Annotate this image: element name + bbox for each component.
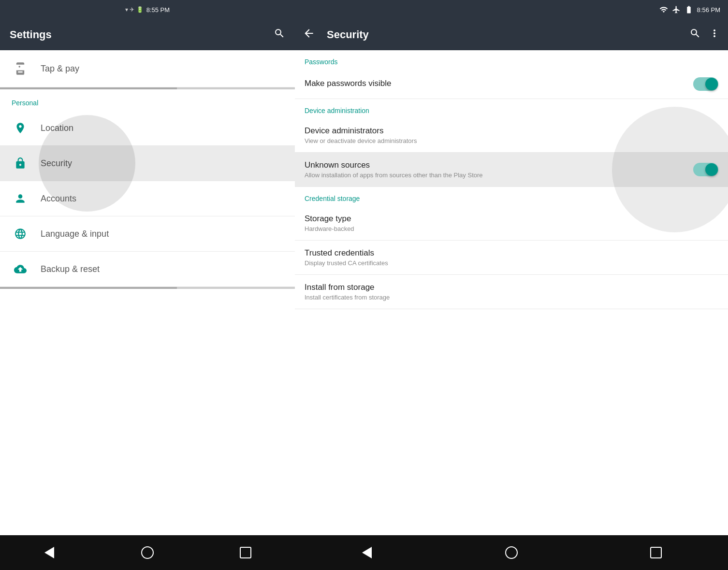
security-page-title: Security: [327, 28, 682, 41]
make-passwords-visible-text: Make passwords visible: [305, 79, 693, 90]
make-passwords-visible-toggle[interactable]: [693, 77, 718, 91]
personal-section-header: Personal: [0, 89, 295, 111]
right-home-button[interactable]: [497, 538, 526, 567]
sidebar-item-accounts[interactable]: Accounts: [0, 181, 295, 216]
unknown-sources-toggle-knob: [705, 163, 718, 176]
toolbar-actions: [689, 28, 720, 42]
security-more-icon[interactable]: [709, 28, 720, 42]
left-back-icon: [44, 547, 54, 558]
device-administrators-subtitle: View or deactivate device administrators: [305, 137, 718, 144]
right-status-time: 8:56 PM: [697, 6, 720, 14]
right-recents-icon: [650, 547, 662, 558]
make-passwords-visible-item[interactable]: Make passwords visible: [295, 70, 728, 99]
unknown-sources-title: Unknown sources: [305, 160, 693, 170]
left-back-button[interactable]: [35, 538, 64, 567]
back-arrow-icon[interactable]: [303, 27, 315, 43]
right-airplane-icon: [672, 5, 681, 14]
device-administrators-text: Device administrators View or deactivate…: [305, 126, 718, 144]
device-administrators-item[interactable]: Device administrators View or deactivate…: [295, 118, 728, 153]
left-navbar: [0, 535, 295, 570]
accounts-icon: [12, 190, 29, 207]
left-toolbar: Settings: [0, 19, 295, 50]
right-battery-icon: [684, 5, 693, 14]
make-passwords-visible-toggle-wrap[interactable]: [693, 77, 718, 91]
language-label: Language & input: [41, 229, 109, 239]
device-admin-section-header: Device administration: [295, 99, 728, 118]
tap-pay-label: Tap & pay: [41, 64, 79, 74]
unknown-sources-toggle-wrap[interactable]: [693, 163, 718, 176]
make-passwords-visible-title: Make passwords visible: [305, 79, 693, 88]
settings-search-icon[interactable]: [274, 28, 285, 42]
backup-label: Backup & reset: [41, 264, 100, 274]
left-panel: ▾ ✈ 🔋 8:55 PM Settings Tap & pay: [0, 0, 295, 570]
security-search-icon[interactable]: [689, 28, 701, 42]
right-content: Passwords Make passwords visible Device …: [295, 50, 728, 535]
right-back-button[interactable]: [352, 538, 381, 567]
sidebar-item-security[interactable]: Security: [0, 146, 295, 181]
install-from-storage-item[interactable]: Install from storage Install certificate…: [295, 275, 728, 309]
install-from-storage-title: Install from storage: [305, 283, 718, 292]
settings-title: Settings: [10, 28, 52, 41]
credential-storage-section-header: Credential storage: [295, 187, 728, 206]
device-administrators-title: Device administrators: [305, 126, 718, 136]
storage-type-subtitle: Hardware-backed: [305, 225, 718, 232]
left-home-button[interactable]: [133, 538, 162, 567]
language-icon: [12, 225, 29, 242]
right-home-icon: [505, 546, 518, 559]
trusted-credentials-title: Trusted credentials: [305, 248, 718, 258]
install-from-storage-text: Install from storage Install certificate…: [305, 283, 718, 301]
unknown-sources-text: Unknown sources Allow installation of ap…: [305, 160, 693, 179]
storage-type-text: Storage type Hardware-backed: [305, 214, 718, 232]
backup-icon: [12, 260, 29, 278]
bottom-scrollbar-track: [0, 287, 295, 289]
lock-icon: [12, 155, 29, 172]
unknown-sources-toggle[interactable]: [693, 163, 718, 176]
left-status-icons: ▾ ✈ 🔋: [125, 6, 144, 13]
bottom-scrollbar-thumb: [0, 287, 177, 289]
make-passwords-visible-toggle-knob: [705, 78, 718, 90]
left-recents-button[interactable]: [231, 538, 260, 567]
storage-type-item[interactable]: Storage type Hardware-backed: [295, 206, 728, 241]
unknown-sources-subtitle: Allow installation of apps from sources …: [305, 171, 693, 179]
tap-pay-icon: [12, 60, 29, 77]
left-statusbar: ▾ ✈ 🔋 8:55 PM: [0, 0, 295, 19]
sidebar-item-backup[interactable]: Backup & reset: [0, 252, 295, 287]
install-from-storage-subtitle: Install certificates from storage: [305, 294, 718, 301]
right-status-icons: [659, 5, 668, 14]
left-home-icon: [141, 546, 154, 559]
trusted-credentials-text: Trusted credentials Display trusted CA c…: [305, 248, 718, 267]
right-navbar: [295, 535, 728, 570]
location-icon: [12, 119, 29, 137]
left-content: Tap & pay Personal Location Se: [0, 50, 295, 535]
right-back-icon: [362, 547, 372, 558]
left-status-time: 8:55 PM: [146, 6, 170, 14]
sidebar-item-language[interactable]: Language & input: [0, 216, 295, 252]
accounts-label: Accounts: [41, 194, 76, 204]
unknown-sources-item[interactable]: Unknown sources Allow installation of ap…: [295, 153, 728, 187]
trusted-credentials-subtitle: Display trusted CA certificates: [305, 259, 718, 267]
right-statusbar: 8:56 PM: [295, 0, 728, 19]
left-recents-icon: [240, 547, 251, 558]
storage-type-title: Storage type: [305, 214, 718, 224]
tap-pay-item[interactable]: Tap & pay: [0, 50, 295, 87]
passwords-section-header: Passwords: [295, 50, 728, 70]
right-toolbar: Security: [295, 19, 728, 50]
right-panel: 8:56 PM Security Passwords: [295, 0, 728, 570]
trusted-credentials-item[interactable]: Trusted credentials Display trusted CA c…: [295, 241, 728, 275]
right-recents-button[interactable]: [641, 538, 670, 567]
